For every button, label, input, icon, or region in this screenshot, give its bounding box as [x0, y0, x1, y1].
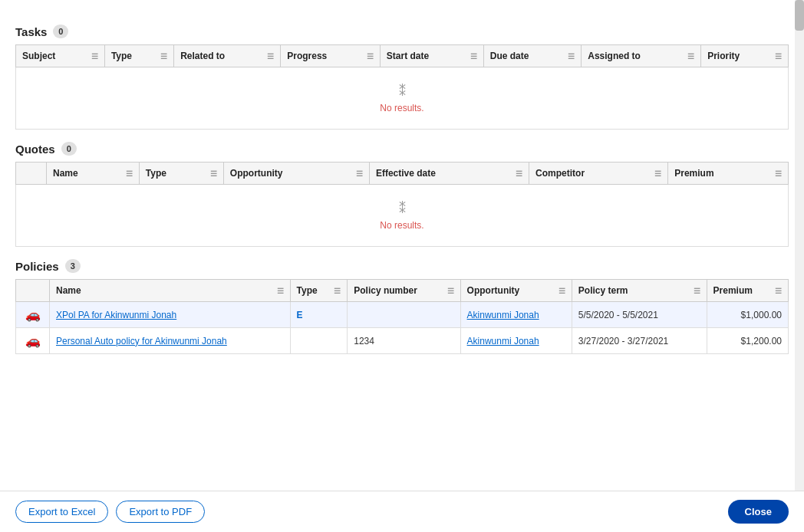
policy-type-cell: E: [290, 302, 348, 328]
tasks-section-header: Tasks 0: [15, 25, 789, 38]
policy-type-cell: [290, 328, 348, 354]
quotes-effective-date-filter-icon[interactable]: ☰: [516, 169, 522, 178]
policies-col-policy-number[interactable]: Policy number ☰: [348, 280, 460, 302]
export-pdf-button[interactable]: Export to PDF: [116, 501, 205, 523]
policy-opportunity-link[interactable]: Akinwunmi Jonah: [467, 336, 539, 346]
footer: Export to Excel Export to PDF Close: [0, 491, 804, 532]
quotes-col-premium[interactable]: Premium ☰: [668, 163, 789, 185]
policies-type-filter-icon[interactable]: ☰: [334, 287, 341, 295]
tasks-table: Subject ☰ Type ☰ Related to ☰: [15, 44, 789, 130]
policy-icon-cell: 🚗: [16, 328, 50, 354]
quotes-type-filter-icon[interactable]: ☰: [210, 169, 217, 178]
subject-filter-icon[interactable]: ☰: [91, 52, 98, 61]
policies-opportunity-filter-icon[interactable]: ☰: [559, 287, 565, 295]
policy-premium-cell: $1,200.00: [707, 328, 788, 354]
policies-col-premium[interactable]: Premium ☰: [707, 280, 788, 302]
policy-name-cell: XPol PA for Akinwunmi Jonah: [50, 302, 291, 328]
tasks-count: 0: [53, 25, 68, 38]
tasks-col-start-date[interactable]: Start date ☰: [380, 45, 483, 67]
policies-col-policy-term[interactable]: Policy term ☰: [572, 280, 707, 302]
due-date-filter-icon[interactable]: ☰: [568, 52, 575, 61]
quotes-col-competitor[interactable]: Competitor ☰: [529, 163, 668, 185]
tasks-col-due-date[interactable]: Due date ☰: [483, 45, 582, 67]
tasks-col-type[interactable]: Type ☰: [104, 45, 173, 67]
tasks-no-results-text: No results.: [380, 103, 423, 113]
policies-col-icon: [16, 280, 50, 302]
policies-premium-filter-icon[interactable]: ☰: [775, 287, 782, 295]
policies-count: 3: [65, 259, 81, 273]
quotes-no-results-row: ⁑ No results.: [16, 185, 789, 247]
policy-number-cell: 1234: [348, 328, 460, 354]
policy-premium-cell: $1,000.00: [707, 302, 788, 328]
tasks-col-subject[interactable]: Subject ☰: [16, 45, 105, 67]
progress-filter-icon[interactable]: ☰: [367, 52, 374, 61]
export-excel-button[interactable]: Export to Excel: [15, 501, 108, 523]
quotes-col-name[interactable]: Name ☰: [47, 163, 140, 185]
policies-title: Policies: [15, 260, 59, 273]
quotes-opportunity-filter-icon[interactable]: ☰: [356, 169, 363, 178]
main-content: Tasks 0 Subject ☰ Type ☰: [0, 0, 804, 491]
footer-left: Export to Excel Export to PDF: [15, 501, 205, 523]
policies-col-type[interactable]: Type ☰: [290, 280, 348, 302]
quotes-col-type[interactable]: Type ☰: [139, 163, 223, 185]
quotes-name-filter-icon[interactable]: ☰: [126, 169, 133, 178]
start-date-filter-icon[interactable]: ☰: [470, 52, 477, 61]
policy-icon-cell: 🚗: [16, 302, 50, 328]
policy-opportunity-cell: Akinwunmi Jonah: [460, 302, 572, 328]
priority-filter-icon[interactable]: ☰: [775, 52, 782, 61]
policies-number-filter-icon[interactable]: ☰: [447, 287, 454, 295]
quotes-loading-icon: ⁑: [31, 200, 773, 217]
quotes-col-checkbox: [16, 163, 47, 185]
policy-term-cell: 5/5/2020 - 5/5/2021: [572, 302, 707, 328]
tasks-title: Tasks: [15, 25, 47, 38]
policy-name-cell: Personal Auto policy for Akinwunmi Jonah: [50, 328, 291, 354]
quotes-col-effective-date[interactable]: Effective date ☰: [369, 163, 529, 185]
scrollbar-track[interactable]: [795, 0, 804, 491]
policy-opportunity-link[interactable]: Akinwunmi Jonah: [467, 310, 539, 320]
quotes-table: Name ☰ Type ☰ Opportunity ☰: [15, 162, 789, 247]
quotes-title: Quotes: [15, 143, 55, 156]
policies-name-filter-icon[interactable]: ☰: [277, 287, 284, 295]
policies-col-name[interactable]: Name ☰: [50, 280, 291, 302]
quotes-no-results-text: No results.: [380, 220, 423, 231]
policy-opportunity-cell: Akinwunmi Jonah: [460, 328, 572, 354]
type-filter-icon[interactable]: ☰: [160, 52, 167, 61]
car-icon: 🚗: [25, 308, 41, 321]
policy-term-cell: 3/27/2020 - 3/27/2021: [572, 328, 707, 354]
quotes-premium-filter-icon[interactable]: ☰: [775, 169, 782, 178]
tasks-col-related-to[interactable]: Related to ☰: [174, 45, 281, 67]
policy-number-cell: [348, 302, 460, 328]
tasks-col-assigned-to[interactable]: Assigned to ☰: [582, 45, 701, 67]
policies-section-header: Policies 3: [15, 259, 789, 273]
quotes-competitor-filter-icon[interactable]: ☰: [654, 169, 661, 178]
policy-name-link[interactable]: Personal Auto policy for Akinwunmi Jonah: [56, 336, 227, 346]
car-icon: 🚗: [25, 334, 41, 347]
close-button[interactable]: Close: [728, 500, 789, 524]
scrollbar-thumb[interactable]: [795, 0, 804, 31]
assigned-to-filter-icon[interactable]: ☰: [687, 52, 694, 61]
policies-row: 🚗 XPol PA for Akinwunmi Jonah E Akinwunm…: [16, 302, 789, 328]
tasks-col-priority[interactable]: Priority ☰: [701, 45, 789, 67]
policies-table: Name ☰ Type ☰ Policy number ☰: [15, 279, 789, 354]
related-to-filter-icon[interactable]: ☰: [267, 52, 274, 61]
policy-type-badge: E: [297, 310, 303, 320]
quotes-col-opportunity[interactable]: Opportunity ☰: [223, 163, 369, 185]
policies-col-opportunity[interactable]: Opportunity ☰: [460, 280, 572, 302]
quotes-count: 0: [61, 142, 77, 156]
policy-name-link[interactable]: XPol PA for Akinwunmi Jonah: [56, 310, 176, 320]
tasks-loading-icon: ⁑: [31, 83, 773, 100]
policies-row: 🚗 Personal Auto policy for Akinwunmi Jon…: [16, 328, 789, 354]
tasks-no-results-row: ⁑ No results.: [16, 67, 789, 130]
tasks-col-progress[interactable]: Progress ☰: [281, 45, 381, 67]
quotes-section-header: Quotes 0: [15, 142, 789, 156]
policies-term-filter-icon[interactable]: ☰: [694, 287, 700, 295]
